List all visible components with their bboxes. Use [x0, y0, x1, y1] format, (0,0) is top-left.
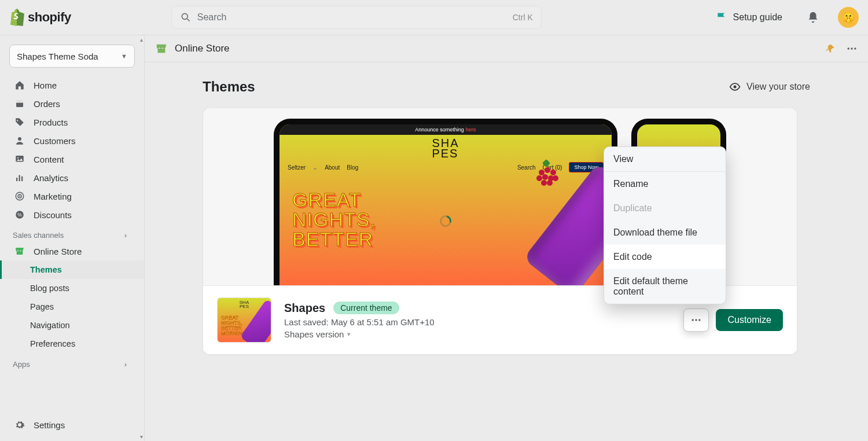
subnav-blog-posts[interactable]: Blog posts: [0, 279, 144, 297]
view-store-link[interactable]: View your store: [729, 81, 810, 93]
preview-desktop: Announce somethinghere SHAPES Seltzer⌄ A…: [274, 119, 617, 285]
chevron-down-icon: ▼: [121, 53, 127, 60]
brand-text: shopify: [28, 10, 71, 25]
chevron-down-icon: ⌄: [312, 164, 318, 171]
search-shortcut: Ctrl K: [513, 13, 533, 22]
svg-point-19: [854, 47, 856, 49]
theme-card: Announce somethinghere SHAPES Seltzer⌄ A…: [203, 108, 797, 355]
svg-line-1: [187, 19, 189, 21]
search-placeholder: Search: [197, 12, 507, 23]
sidebar-scrollbar[interactable]: ▴ ▾: [138, 35, 144, 441]
products-icon: [14, 117, 25, 127]
svg-point-18: [851, 47, 852, 49]
theme-version-selector[interactable]: Shapes version ▾: [284, 329, 435, 339]
main-content: Online Store Themes View your store: [145, 35, 868, 441]
svg-point-17: [848, 47, 849, 49]
pin-icon[interactable]: [825, 43, 836, 54]
user-avatar[interactable]: 🤫: [838, 7, 859, 28]
svg-point-0: [182, 13, 187, 19]
shopify-logo[interactable]: shopify: [9, 9, 71, 26]
theme-name: Shapes: [284, 302, 325, 315]
search-input[interactable]: Search Ctrl K: [171, 6, 542, 29]
svg-point-4: [18, 137, 21, 141]
apps-header[interactable]: Apps ›: [0, 353, 144, 371]
chevron-right-icon: ›: [124, 360, 127, 369]
subnav-pages[interactable]: Pages: [0, 297, 144, 316]
eye-icon: [729, 81, 741, 93]
online-store-icon: [14, 246, 25, 256]
customers-icon: [14, 135, 25, 146]
theme-actions-menu: View Rename Duplicate Download theme fil…: [604, 146, 726, 304]
theme-actions-button[interactable]: [683, 308, 709, 332]
menu-edit-default-theme-content[interactable]: Edit default theme content: [604, 269, 726, 304]
page-title: Themes: [203, 79, 255, 95]
discounts-icon: %: [14, 210, 25, 220]
nav-orders[interactable]: Orders: [0, 94, 144, 113]
sidebar: ▴ ▾ Shapes Theme Soda ▼ Home Orders Prod…: [0, 35, 145, 441]
svg-point-23: [699, 319, 701, 321]
svg-point-20: [734, 86, 737, 89]
svg-rect-9: [21, 177, 23, 181]
svg-rect-3: [16, 101, 23, 103]
menu-duplicate[interactable]: Duplicate: [604, 196, 726, 220]
theme-last-saved: Last saved: May 6 at 5:51 am GMT+10: [284, 317, 435, 327]
menu-rename[interactable]: Rename: [604, 172, 726, 196]
svg-rect-16: [158, 49, 165, 53]
home-icon: [14, 80, 25, 90]
nav-discounts[interactable]: %Discounts: [0, 205, 144, 224]
nav-content[interactable]: Content: [0, 150, 144, 168]
svg-rect-15: [17, 251, 23, 255]
menu-download-theme-file[interactable]: Download theme file: [604, 220, 726, 245]
raspberry-graphic: [535, 164, 560, 186]
store-selector[interactable]: Shapes Theme Soda ▼: [9, 45, 135, 68]
more-horizontal-icon[interactable]: [846, 43, 858, 54]
top-bar: shopify Search Ctrl K Setup guide 🤫: [0, 0, 868, 35]
orders-icon: [14, 98, 25, 109]
svg-rect-7: [16, 178, 17, 181]
theme-thumbnail: SHAPES GREATNIGHTS,BETTERMORNINGS: [217, 297, 271, 343]
scroll-up-icon: ▴: [140, 36, 143, 43]
nav-home[interactable]: Home: [0, 76, 144, 94]
svg-rect-8: [19, 175, 20, 182]
marketing-icon: [14, 191, 25, 201]
svg-point-12: [19, 196, 20, 197]
flag-icon: [716, 12, 727, 23]
notifications-icon[interactable]: [807, 11, 819, 24]
shopify-bag-icon: [9, 9, 24, 26]
nav-marketing[interactable]: Marketing: [0, 187, 144, 205]
customize-button[interactable]: Customize: [716, 309, 783, 331]
sales-channels-header[interactable]: Sales channels ›: [0, 224, 144, 242]
subnav-themes[interactable]: Themes: [0, 260, 144, 279]
menu-edit-code[interactable]: Edit code: [604, 245, 726, 269]
nav-customers[interactable]: Customers: [0, 131, 144, 150]
nav-products[interactable]: Products: [0, 113, 144, 131]
online-store-icon: [155, 42, 168, 55]
nav-settings[interactable]: Settings: [0, 416, 144, 434]
content-icon: [14, 154, 25, 164]
nav-analytics[interactable]: Analytics: [0, 168, 144, 187]
breadcrumb-bar: Online Store: [145, 35, 868, 63]
caret-down-icon: ▾: [347, 330, 351, 338]
setup-guide-link[interactable]: Setup guide: [716, 12, 782, 23]
subnav-preferences[interactable]: Preferences: [0, 335, 144, 353]
search-icon: [180, 12, 192, 23]
svg-point-22: [696, 319, 697, 321]
theme-card-footer: SHAPES GREATNIGHTS,BETTERMORNINGS Shapes…: [203, 285, 797, 354]
svg-text:%: %: [17, 212, 22, 218]
nav-online-store[interactable]: Online Store: [0, 242, 144, 260]
current-theme-badge: Current theme: [333, 302, 399, 314]
analytics-icon: [14, 172, 25, 183]
scroll-down-icon: ▾: [140, 433, 143, 440]
svg-point-21: [692, 319, 694, 321]
menu-view[interactable]: View: [604, 147, 726, 171]
store-selector-label: Shapes Theme Soda: [17, 52, 98, 61]
subnav-navigation[interactable]: Navigation: [0, 316, 144, 335]
gear-icon: [14, 420, 25, 430]
chevron-right-icon: ›: [124, 231, 127, 240]
breadcrumb-title: Online Store: [175, 43, 230, 54]
svg-point-6: [17, 157, 19, 159]
more-horizontal-icon: [690, 314, 702, 326]
